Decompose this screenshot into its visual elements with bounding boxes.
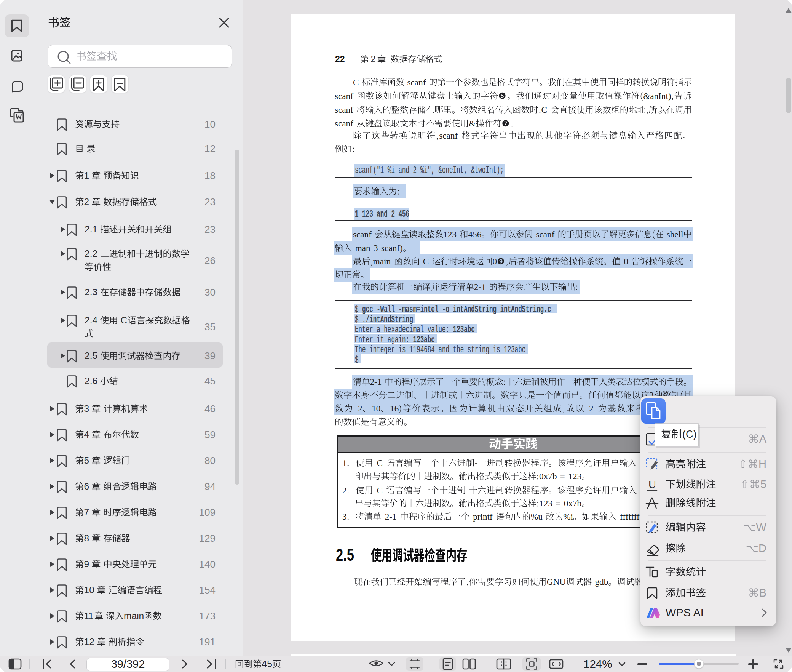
svg-text:H: H: [758, 458, 766, 470]
svg-text:U: U: [648, 478, 656, 490]
svg-text:(C): (C): [682, 429, 696, 440]
svg-text:5: 5: [760, 478, 766, 490]
svg-text:W: W: [756, 521, 767, 533]
svg-text:B: B: [759, 587, 766, 599]
svg-text:WPS AI: WPS AI: [666, 606, 704, 619]
svg-text:A: A: [759, 433, 767, 445]
svg-text:D: D: [758, 542, 766, 554]
